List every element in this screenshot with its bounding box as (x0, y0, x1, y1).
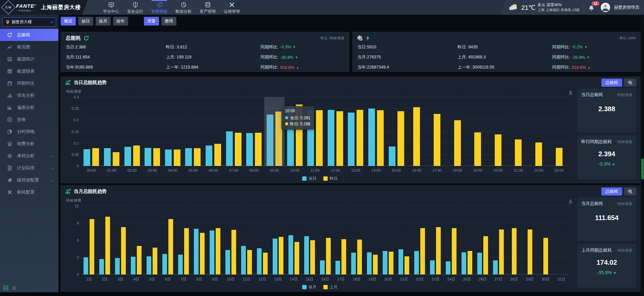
x-tick-label: 6日 (160, 274, 176, 282)
card-title: 总能耗 (66, 35, 81, 41)
chart-toggle-总能耗[interactable]: 总能耗 (601, 79, 622, 87)
legend-item-当月[interactable]: 当月 (302, 284, 317, 290)
nav-item-1[interactable]: 平台中心 (101, 0, 121, 15)
bar-昨日-02:00 (133, 145, 140, 166)
x-tick-label: 06:00 (203, 166, 224, 172)
sidebar-item-label: 能源统计 (17, 56, 35, 62)
legend-item-昨日[interactable]: 昨日 (323, 176, 338, 181)
sidebar-menu: 总能耗能流图能源统计能源报表同期对比排名分析偏差分析抄表分时用电电费分析单耗分析… (0, 29, 58, 198)
nav-item-6[interactable]: 运维管理 (221, 0, 242, 15)
sidebar-item-10[interactable]: 电费分析 (0, 138, 58, 150)
x-tick-label: 25日 (459, 274, 475, 282)
sidebar-item-3[interactable]: 能源统计 (0, 53, 58, 65)
tab-view-1[interactable]: 概览 (61, 17, 76, 26)
x-tick-label: 19:00 (468, 166, 488, 172)
x-tick-label: 18日 (349, 274, 365, 282)
series-dot-icon (285, 116, 288, 119)
bar-当日-06:00 (206, 145, 212, 166)
bar-上月-8日 (200, 233, 205, 274)
triangle-up-icon: ▲ (296, 66, 299, 69)
panel-head: 当日总能耗吨标准煤 (581, 92, 632, 98)
top-right-zone: 21℃ 多云 湿度46% 上海 上海城区 东南风 ≤3级 11 丽婴房 (500, 0, 644, 15)
scrollbar-track[interactable] (641, 15, 644, 296)
x-tick-label: 7日 (176, 274, 192, 282)
panel-title: 上月同期总能耗 (581, 247, 612, 253)
avatar[interactable] (601, 3, 610, 12)
legend-label: 上月 (330, 284, 338, 290)
bar-group-19日 (365, 206, 380, 274)
x-tick-label: 23日 (428, 274, 443, 282)
legend-swatch (323, 176, 328, 181)
sidebar-item-6[interactable]: 排名分析 (0, 89, 58, 101)
sidebar-item-8[interactable]: 抄表 (0, 114, 58, 126)
sidebar-item-13[interactable]: 碳排放配置 (0, 174, 58, 186)
bar-group-17:00 (427, 97, 447, 166)
bar-group-20:00 (488, 97, 508, 166)
stat-panel-2-1: 当月总能耗吨标准煤111.654 (577, 197, 636, 241)
section-2-body: 吨标准煤 0369121日2日3日4日5日6日7日8日9日10日11日12日13… (65, 197, 636, 291)
main-nav: 平台中心安全运行智慧能源数据分析资产管理运维管理 (101, 0, 242, 15)
tab-view-3[interactable]: 按月 (96, 17, 111, 26)
tab-mode-2[interactable]: 费用 (161, 17, 176, 26)
tab-view-2[interactable]: 按日 (78, 17, 93, 26)
download-icon[interactable] (568, 199, 573, 204)
x-tick-label: 09:00 (264, 166, 285, 172)
legend-item-上月[interactable]: 上月 (323, 284, 338, 290)
chart-toggle-电[interactable]: 电 (624, 79, 637, 87)
download-icon[interactable] (568, 90, 573, 95)
card-row-3: 当年:22687349.4上一年: 3009119.55同期环比:918.6%▲ (358, 62, 636, 72)
user-name[interactable]: 丽婴房管理员 (614, 5, 639, 10)
legend-swatch (302, 285, 307, 289)
bar-昨日-05:00 (194, 148, 201, 166)
tab-mode-1[interactable]: 用量 (144, 17, 159, 26)
bar-group-02:00 (122, 97, 142, 166)
sidebar-item-12[interactable]: 计划实绩 (0, 162, 58, 174)
bar-上月-11日 (247, 250, 252, 274)
bar-上月-29日 (528, 229, 532, 274)
sidebar-item-4[interactable]: 能源报表 (0, 65, 58, 77)
nav-item-4[interactable]: 数据分析 (173, 0, 194, 15)
sidebar-item-7[interactable]: 偏差分析 (0, 101, 58, 114)
bar-上月-10日 (231, 230, 236, 274)
sidebar-item-11[interactable]: 单耗分析 (0, 150, 58, 162)
x-tick-label: 14日 (286, 274, 302, 282)
y-tick-label: 0 (65, 272, 79, 277)
bar-group-13日 (270, 206, 286, 274)
chart-toggle-电[interactable]: 电 (624, 187, 637, 196)
panel-value: 174.02 (581, 259, 632, 266)
x-tick-label: 3日 (113, 274, 128, 282)
nav-item-label: 平台中心 (103, 9, 119, 14)
building-selector[interactable]: 丽婴房大楼 (2, 17, 56, 27)
sidebar-item-label: 偏差分析 (17, 104, 35, 111)
x-tick-label: 27日 (490, 274, 506, 282)
nav-item-5[interactable]: 资产管理 (197, 0, 218, 15)
list-icon[interactable]: ☰ (12, 286, 16, 291)
chart-section-1: 当日总能耗趋势 总能耗电 吨标准煤 00.050.10.150.20.250.3… (61, 77, 641, 183)
sidebar-item-2[interactable]: 能流图 (0, 41, 58, 53)
sidebar-item-9[interactable]: 分时用电 (0, 126, 58, 138)
yoy-label: 同期环比: (261, 54, 278, 60)
bar-当月-14日 (288, 235, 293, 274)
chart-toggle-总能耗[interactable]: 总能耗 (601, 187, 622, 196)
nav-item-3[interactable]: 智慧能源 (149, 0, 170, 15)
card-unit: 单位: kWh (619, 36, 636, 41)
pie-icon (7, 129, 12, 134)
sidebar-item-1[interactable]: 总能耗 (0, 29, 58, 41)
legend-item-当日[interactable]: 当日 (302, 176, 317, 181)
bar-当日-07:00 (226, 131, 233, 166)
nav-item-2[interactable]: 安全运行 (125, 0, 146, 15)
bar-昨日-16:00 (413, 107, 420, 166)
bar-当月-5日 (147, 256, 151, 274)
bar-group-16:00 (407, 97, 427, 166)
sidebar-item-5[interactable]: 同期对比 (0, 77, 58, 89)
scrollbar-thumb[interactable] (641, 159, 644, 179)
notifications-button[interactable]: 11 (588, 3, 597, 12)
triangle-down-icon: ▼ (612, 163, 615, 166)
bar-昨日-18:00 (454, 120, 461, 166)
sidebar-item-14[interactable]: 能耗配置 (0, 186, 58, 198)
dots-grid-icon[interactable] (3, 285, 8, 291)
x-tick-label: 20日 (380, 274, 396, 282)
tab-view-4[interactable]: 按年 (113, 17, 128, 26)
monthly-chart: 吨标准煤 0369121日2日3日4日5日6日7日8日9日10日11日12日13… (65, 197, 575, 291)
bar-group-11日 (238, 206, 254, 274)
